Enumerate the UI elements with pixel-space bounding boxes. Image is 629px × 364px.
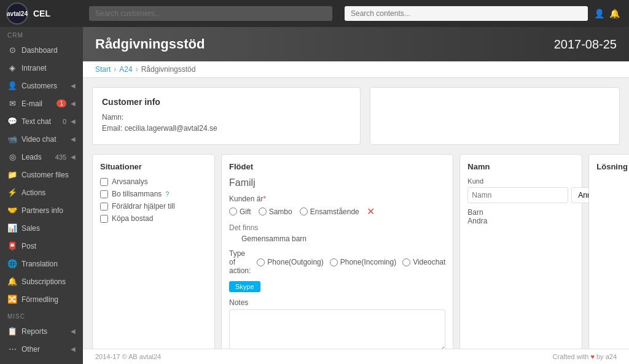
det-finns-group: Det finns Gemensamma barn bbox=[229, 223, 445, 243]
losning-panel: Lösning bbox=[588, 154, 629, 349]
arvsanalys-label: Arvsanalys bbox=[112, 177, 148, 186]
notes-label: Notes bbox=[229, 298, 445, 307]
sidebar-item-intranet[interactable]: ◈ Intranet bbox=[0, 59, 83, 77]
subscriptions-icon: 🔔 bbox=[7, 277, 17, 286]
radio-sambo[interactable] bbox=[259, 207, 267, 215]
sidebar-item-email[interactable]: ✉ E-mail 1 ◀ bbox=[0, 95, 83, 112]
radio-ensamstaende-label[interactable]: Ensamstående bbox=[300, 207, 359, 216]
sidebar-item-label: Actions bbox=[21, 188, 76, 197]
namn-label: Namn: bbox=[102, 113, 123, 122]
search-customers-input[interactable] bbox=[89, 6, 332, 21]
bo-tillsammans-label: Bo tillsammans bbox=[112, 190, 162, 198]
user-icon[interactable]: 👤 bbox=[594, 9, 604, 18]
sidebar-item-leads[interactable]: ◎ Leads 435 ◀ bbox=[0, 148, 83, 166]
heart-icon: ♥ bbox=[590, 353, 596, 360]
sidebar-item-partners-info[interactable]: 🤝 Partners info bbox=[0, 201, 83, 219]
sidebar-item-label: E-mail bbox=[21, 99, 52, 108]
breadcrumb-separator: › bbox=[136, 65, 138, 74]
sidebar-item-subscriptions[interactable]: 🔔 Subscriptions bbox=[0, 273, 83, 290]
sidebar-item-label: Translation bbox=[21, 260, 76, 268]
radio-phone-incoming[interactable] bbox=[330, 258, 338, 266]
sidebar-item-dashboard[interactable]: ⊙ Dashboard bbox=[0, 41, 83, 59]
partners-icon: 🤝 bbox=[7, 206, 17, 215]
check-foraldrar: Föräldrar hjälper till bbox=[100, 202, 207, 211]
app-name: CEL bbox=[33, 9, 50, 18]
sidebar-item-sales[interactable]: 📊 Sales bbox=[0, 219, 83, 237]
leads-icon: ◎ bbox=[7, 152, 17, 161]
radio-phone-outgoing-label[interactable]: Phone(Outgoing) bbox=[257, 258, 323, 266]
bell-icon[interactable]: 🔔 bbox=[609, 9, 620, 18]
det-finns-label: Det finns bbox=[229, 223, 445, 232]
dashboard-icon: ⊙ bbox=[7, 45, 17, 55]
namn-heading: Namn bbox=[467, 162, 574, 171]
required-marker: * bbox=[263, 195, 266, 203]
page-header: Rådgivningsstöd 2017-08-25 bbox=[83, 27, 629, 61]
radio-phone-outgoing[interactable] bbox=[257, 258, 265, 266]
notes-group: Notes bbox=[229, 298, 445, 349]
checkbox-foraldrar[interactable] bbox=[100, 203, 108, 211]
situationer-heading: Situationer bbox=[100, 162, 207, 171]
chat-icon: 💬 bbox=[7, 117, 17, 126]
logo: avtal24 bbox=[6, 2, 28, 25]
breadcrumb-separator: › bbox=[114, 65, 116, 74]
translation-icon: 🌐 bbox=[7, 259, 17, 268]
customer-info-heading: Customer info bbox=[102, 97, 351, 107]
sidebar-item-label: Other bbox=[21, 345, 66, 354]
customer-info-card: Customer info Namn: Email: cecilia.lager… bbox=[92, 87, 361, 145]
checkbox-arvsanalys[interactable] bbox=[100, 178, 108, 186]
panels-row: Situationer Arvsanalys Bo tillsammans ? … bbox=[92, 154, 620, 349]
radio-ensamstaende[interactable] bbox=[300, 207, 308, 215]
kunden-ar-label: Kunden är* bbox=[229, 195, 445, 203]
radio-videochat[interactable] bbox=[402, 258, 410, 266]
radio-phone-incoming-label[interactable]: Phone(Incoming) bbox=[330, 258, 396, 266]
actions-icon: ⚡ bbox=[7, 188, 17, 197]
sidebar-item-post[interactable]: 📮 Post bbox=[0, 237, 83, 255]
sidebar-item-reports[interactable]: 📋 Reports ◀ bbox=[0, 322, 83, 340]
checkbox-bo-tillsammans[interactable] bbox=[100, 190, 108, 198]
page-body: Customer info Namn: Email: cecilia.lager… bbox=[83, 78, 629, 349]
email-icon: ✉ bbox=[7, 99, 17, 108]
other-icon: ⋯ bbox=[7, 344, 17, 354]
check-kopa-bostad: Köpa bostad bbox=[100, 214, 207, 223]
sidebar-item-translation[interactable]: 🌐 Translation bbox=[0, 255, 83, 273]
sidebar-item-label: Förmedling bbox=[21, 295, 76, 304]
formedling-icon: 🔀 bbox=[7, 295, 17, 304]
page-title: Rådgivningsstöd bbox=[95, 36, 205, 52]
sidebar-item-label: Video chat bbox=[21, 135, 66, 144]
kund-label: Kund bbox=[467, 177, 574, 185]
breadcrumb-start[interactable]: Start bbox=[95, 65, 111, 74]
sidebar-item-video-chat[interactable]: 📹 Video chat ◀ bbox=[0, 130, 83, 148]
andra-text: Andra bbox=[467, 217, 574, 225]
delete-icon[interactable]: ✕ bbox=[367, 206, 375, 217]
namn-panel: Namn Kund Annal Barn Andra bbox=[459, 154, 582, 349]
sidebar-item-label: Sales bbox=[21, 224, 76, 233]
sidebar-item-formedling[interactable]: 🔀 Förmedling bbox=[0, 290, 83, 308]
checkbox-kopa-bostad[interactable] bbox=[100, 215, 108, 223]
page-date: 2017-08-25 bbox=[554, 37, 617, 52]
sidebar: CRM ⊙ Dashboard ◈ Intranet 👤 Customers ◀… bbox=[0, 27, 83, 364]
sidebar-item-label: Leads bbox=[21, 153, 51, 161]
situationer-panel: Situationer Arvsanalys Bo tillsammans ? … bbox=[92, 154, 215, 349]
skype-button[interactable]: Skype bbox=[229, 281, 260, 292]
misc-section-label: MISC bbox=[0, 308, 83, 322]
email-badge: 1 bbox=[57, 99, 66, 107]
chevron-left-icon: ◀ bbox=[71, 346, 76, 352]
radio-sambo-label[interactable]: Sambo bbox=[259, 207, 292, 216]
customers-icon: 👤 bbox=[7, 81, 17, 90]
sidebar-item-customer-files[interactable]: 📁 Customer files bbox=[0, 166, 83, 184]
email-label: Email: bbox=[102, 124, 122, 133]
sidebar-item-other[interactable]: ⋯ Other ◀ bbox=[0, 340, 83, 358]
namn-input[interactable] bbox=[467, 187, 568, 203]
sidebar-item-customers[interactable]: 👤 Customers ◀ bbox=[0, 77, 83, 95]
radio-videochat-label[interactable]: Videochat bbox=[402, 258, 445, 266]
chevron-left-icon: ◀ bbox=[71, 100, 76, 107]
radio-gift-label[interactable]: Gift bbox=[229, 207, 251, 216]
breadcrumb-a24[interactable]: A24 bbox=[119, 65, 132, 74]
help-icon[interactable]: ? bbox=[165, 190, 169, 198]
search-contents-input[interactable] bbox=[345, 6, 588, 21]
notes-textarea[interactable] bbox=[229, 309, 445, 349]
sidebar-item-actions[interactable]: ⚡ Actions bbox=[0, 184, 83, 201]
main-layout: CRM ⊙ Dashboard ◈ Intranet 👤 Customers ◀… bbox=[0, 27, 629, 364]
sidebar-item-text-chat[interactable]: 💬 Text chat 0 ◀ bbox=[0, 112, 83, 130]
radio-gift[interactable] bbox=[229, 207, 237, 215]
